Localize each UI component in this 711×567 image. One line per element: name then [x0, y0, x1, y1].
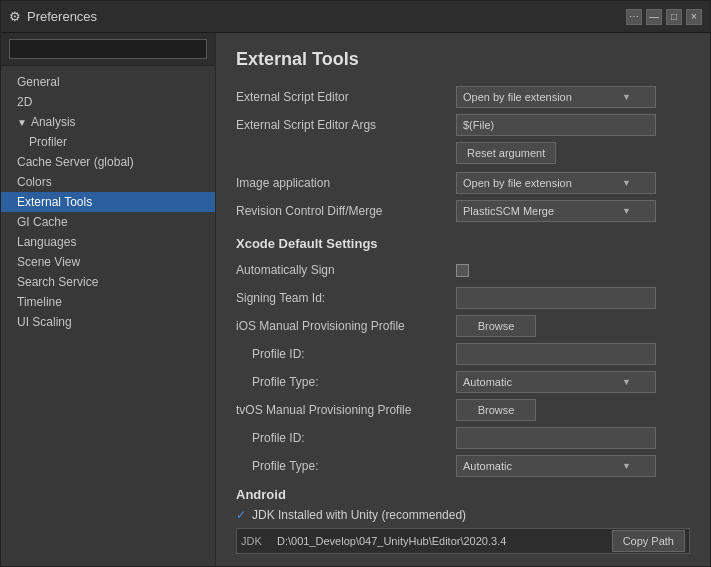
external-script-editor-dropdown[interactable]: Open by file extension ▼	[456, 86, 656, 108]
ios-profile-type-row: Profile Type: Automatic ▼	[236, 371, 690, 393]
section-title: External Tools	[236, 49, 690, 70]
sidebar: General 2D ▼Analysis Profiler Cache Serv…	[1, 33, 216, 566]
sidebar-items: General 2D ▼Analysis Profiler Cache Serv…	[1, 66, 215, 566]
minimize-button[interactable]: —	[646, 9, 662, 25]
sidebar-item-cache-server[interactable]: Cache Server (global)	[1, 152, 215, 172]
maximize-button[interactable]: □	[666, 9, 682, 25]
jdk-path-row: JDK D:\001_Develop\047_UnityHub\Editor\2…	[236, 528, 690, 554]
android-section: Android ✓ JDK Installed with Unity (reco…	[236, 487, 690, 554]
jdk-label: JDK	[241, 535, 273, 547]
sidebar-item-languages[interactable]: Languages	[1, 232, 215, 252]
external-script-args-control	[456, 114, 690, 136]
external-script-editor-label: External Script Editor	[236, 90, 456, 104]
ios-profile-id-input[interactable]	[456, 343, 656, 365]
signing-team-label: Signing Team Id:	[236, 291, 456, 305]
revision-control-value: PlasticSCM Merge	[463, 205, 554, 217]
external-script-editor-control: Open by file extension ▼	[456, 86, 690, 108]
close-button[interactable]: ×	[686, 9, 702, 25]
content-area: External Tools External Script Editor Op…	[216, 33, 710, 566]
jdk-installed-label: JDK Installed with Unity (recommended)	[252, 508, 466, 522]
ios-profile-id-row: Profile ID:	[236, 343, 690, 365]
image-application-row: Image application Open by file extension…	[236, 172, 690, 194]
xcode-section-title: Xcode Default Settings	[236, 236, 690, 251]
auto-sign-checkbox[interactable]	[456, 264, 469, 277]
window-title: Preferences	[27, 9, 626, 24]
sidebar-item-colors[interactable]: Colors	[1, 172, 215, 192]
ios-manual-label: iOS Manual Provisioning Profile	[236, 319, 456, 333]
external-script-args-label: External Script Editor Args	[236, 118, 456, 132]
dropdown-arrow-icon: ▼	[622, 92, 631, 102]
ios-browse-button[interactable]: Browse	[456, 315, 536, 337]
copy-path-button[interactable]: Copy Path	[612, 530, 685, 552]
image-application-value: Open by file extension	[463, 177, 572, 189]
sidebar-item-ui-scaling[interactable]: UI Scaling	[1, 312, 215, 332]
jdk-installed-row: ✓ JDK Installed with Unity (recommended)	[236, 508, 690, 522]
sidebar-item-gi-cache[interactable]: GI Cache	[1, 212, 215, 232]
title-bar: ⚙ Preferences ⋯ — □ ×	[1, 1, 710, 33]
jdk-path: D:\001_Develop\047_UnityHub\Editor\2020.…	[277, 535, 608, 547]
external-script-args-input[interactable]	[456, 114, 656, 136]
sidebar-item-timeline[interactable]: Timeline	[1, 292, 215, 312]
tvos-manual-label: tvOS Manual Provisioning Profile	[236, 403, 456, 417]
tvos-profile-id-row: Profile ID:	[236, 427, 690, 449]
menu-button[interactable]: ⋯	[626, 9, 642, 25]
revision-dropdown-arrow-icon: ▼	[622, 206, 631, 216]
search-bar	[1, 33, 215, 66]
tvos-profile-type-label: Profile Type:	[236, 459, 456, 473]
image-app-dropdown-arrow-icon: ▼	[622, 178, 631, 188]
auto-sign-row: Automatically Sign	[236, 259, 690, 281]
tvos-manual-row: tvOS Manual Provisioning Profile Browse	[236, 399, 690, 421]
tvos-dropdown-arrow-icon: ▼	[622, 461, 631, 471]
signing-team-row: Signing Team Id:	[236, 287, 690, 309]
android-title: Android	[236, 487, 690, 502]
window-controls: ⋯ — □ ×	[626, 9, 702, 25]
sidebar-item-search-service[interactable]: Search Service	[1, 272, 215, 292]
auto-sign-label: Automatically Sign	[236, 263, 456, 277]
ios-profile-type-dropdown[interactable]: Automatic ▼	[456, 371, 656, 393]
tvos-profile-id-input[interactable]	[456, 427, 656, 449]
external-script-editor-value: Open by file extension	[463, 91, 572, 103]
ios-dropdown-arrow-icon: ▼	[622, 377, 631, 387]
reset-argument-row: Reset argument	[236, 142, 690, 164]
revision-control-dropdown[interactable]: PlasticSCM Merge ▼	[456, 200, 656, 222]
preferences-window: ⚙ Preferences ⋯ — □ × General 2D ▼Analys…	[0, 0, 711, 567]
jdk-installed-checkmark: ✓	[236, 508, 246, 522]
tvos-profile-type-value: Automatic	[463, 460, 512, 472]
tvos-profile-type-row: Profile Type: Automatic ▼	[236, 455, 690, 477]
sidebar-item-profiler[interactable]: Profiler	[1, 132, 215, 152]
sidebar-item-analysis[interactable]: ▼Analysis	[1, 112, 215, 132]
analysis-arrow: ▼	[17, 117, 27, 128]
sidebar-item-general[interactable]: General	[1, 72, 215, 92]
sidebar-item-2d[interactable]: 2D	[1, 92, 215, 112]
main-content: General 2D ▼Analysis Profiler Cache Serv…	[1, 33, 710, 566]
external-script-editor-row: External Script Editor Open by file exte…	[236, 86, 690, 108]
revision-control-row: Revision Control Diff/Merge PlasticSCM M…	[236, 200, 690, 222]
image-application-label: Image application	[236, 176, 456, 190]
revision-control-label: Revision Control Diff/Merge	[236, 204, 456, 218]
tvos-browse-button[interactable]: Browse	[456, 399, 536, 421]
signing-team-input[interactable]	[456, 287, 656, 309]
sidebar-item-external-tools[interactable]: External Tools	[1, 192, 215, 212]
ios-profile-type-label: Profile Type:	[236, 375, 456, 389]
image-application-dropdown[interactable]: Open by file extension ▼	[456, 172, 656, 194]
external-script-args-row: External Script Editor Args	[236, 114, 690, 136]
ios-profile-id-label: Profile ID:	[236, 347, 456, 361]
ios-manual-row: iOS Manual Provisioning Profile Browse	[236, 315, 690, 337]
reset-argument-button[interactable]: Reset argument	[456, 142, 556, 164]
tvos-profile-type-dropdown[interactable]: Automatic ▼	[456, 455, 656, 477]
ios-profile-type-value: Automatic	[463, 376, 512, 388]
sidebar-item-scene-view[interactable]: Scene View	[1, 252, 215, 272]
window-icon: ⚙	[9, 9, 21, 24]
tvos-profile-id-label: Profile ID:	[236, 431, 456, 445]
search-input[interactable]	[9, 39, 207, 59]
